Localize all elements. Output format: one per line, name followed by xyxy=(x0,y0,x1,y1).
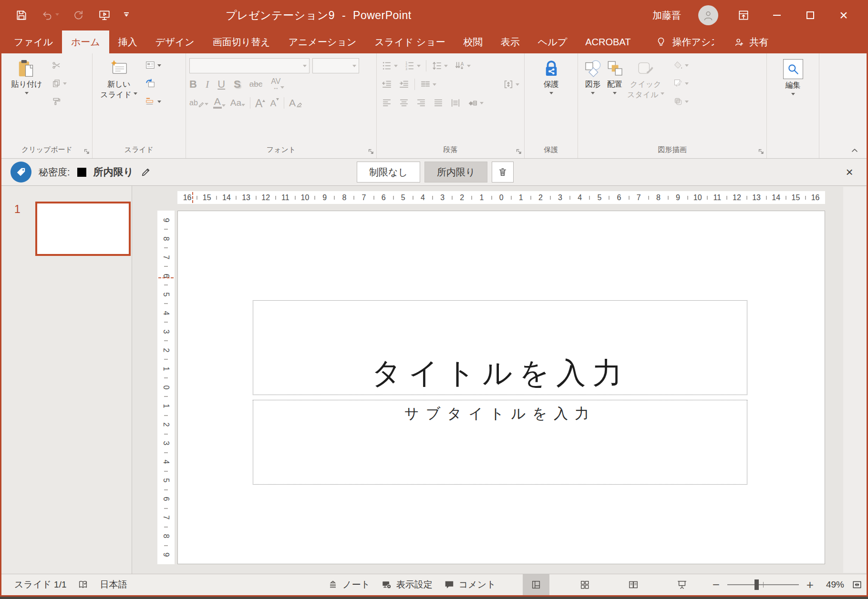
sensitivity-internal-button[interactable]: 所内限り xyxy=(424,162,487,183)
convert-smartart-button[interactable] xyxy=(466,97,485,109)
close-button[interactable]: × xyxy=(836,6,852,25)
bullets-button[interactable] xyxy=(380,60,399,72)
change-case-button[interactable]: Aa xyxy=(230,98,245,108)
tab-file[interactable]: ファイル xyxy=(5,30,62,53)
account-name[interactable]: 加藤晋 xyxy=(652,9,681,22)
comments-button[interactable]: コメント xyxy=(438,574,502,595)
ribbon-display-options-button[interactable] xyxy=(735,6,752,25)
tab-review[interactable]: 校閲 xyxy=(455,30,492,53)
distribute-button[interactable] xyxy=(449,97,462,109)
proofing-button[interactable] xyxy=(72,574,94,595)
view-slide-sorter-button[interactable] xyxy=(571,574,598,595)
horizontal-ruler[interactable]: 1615141312111098765432101234567891011121… xyxy=(177,191,825,204)
font-color-button[interactable]: A xyxy=(213,97,226,109)
format-painter-button[interactable] xyxy=(50,95,68,108)
highlight-button[interactable]: ab xyxy=(189,99,208,107)
paragraph-dialog-launcher[interactable] xyxy=(516,148,522,155)
drawing-dialog-launcher[interactable] xyxy=(758,148,765,155)
bold-button[interactable]: B xyxy=(189,78,197,91)
clipboard-dialog-launcher[interactable] xyxy=(83,148,90,155)
avatar[interactable] xyxy=(698,5,718,25)
align-left-button[interactable] xyxy=(380,97,393,109)
line-spacing-button[interactable] xyxy=(430,60,449,72)
paste-button[interactable]: 貼り付け xyxy=(3,55,50,144)
sensitivity-unrestricted-button[interactable]: 制限なし xyxy=(357,162,420,183)
clear-formatting-button[interactable]: A xyxy=(289,99,302,107)
font-size-combobox[interactable] xyxy=(312,58,359,73)
zoom-slider-thumb[interactable] xyxy=(754,579,759,590)
close-sensitivity-bar-button[interactable]: × xyxy=(842,165,857,179)
zoom-out-button[interactable]: − xyxy=(713,579,720,591)
copy-button[interactable] xyxy=(50,77,68,90)
tab-transitions[interactable]: 画面切り替え xyxy=(204,30,279,53)
view-reading-button[interactable] xyxy=(620,574,647,595)
redo-button[interactable] xyxy=(72,9,85,21)
shape-effects-button[interactable] xyxy=(672,95,690,108)
save-button[interactable] xyxy=(15,9,28,21)
align-center-button[interactable] xyxy=(397,97,411,109)
cut-button[interactable] xyxy=(50,59,68,71)
tab-home[interactable]: ホーム xyxy=(62,30,109,53)
shrink-font-button[interactable]: A xyxy=(270,98,279,108)
shape-outline-button[interactable] xyxy=(672,77,690,90)
new-slide-button[interactable]: 新しい スライド xyxy=(94,55,144,144)
title-placeholder[interactable]: タイトルを入力 xyxy=(253,300,747,395)
layout-button[interactable] xyxy=(144,59,163,71)
justify-button[interactable] xyxy=(432,97,445,109)
tab-view[interactable]: 表示 xyxy=(492,30,529,53)
language-status[interactable]: 日本語 xyxy=(94,574,133,595)
vertical-ruler[interactable]: 9876543210123456789 xyxy=(157,211,175,564)
vertical-scrollbar[interactable] xyxy=(843,187,866,573)
font-name-combobox[interactable] xyxy=(189,58,310,73)
section-button[interactable] xyxy=(144,95,163,108)
slide-canvas[interactable]: タイトルを入力 サブタイトルを入力 xyxy=(177,211,825,564)
align-right-button[interactable] xyxy=(414,97,428,109)
minimize-button[interactable] xyxy=(769,6,785,25)
text-direction-button[interactable]: A xyxy=(453,60,472,72)
delete-label-button[interactable] xyxy=(492,162,514,183)
edit-button[interactable]: 編集 xyxy=(783,55,803,144)
display-settings-button[interactable]: 表示設定 xyxy=(376,574,438,595)
tab-acrobat[interactable]: ACROBAT xyxy=(576,30,640,53)
decrease-indent-button[interactable] xyxy=(380,78,393,91)
undo-button[interactable] xyxy=(41,9,59,21)
slide-count[interactable]: スライド 1/1 xyxy=(9,574,72,595)
quick-styles-button[interactable]: クイック スタイル xyxy=(627,55,664,144)
reset-slide-button[interactable] xyxy=(144,77,163,90)
customize-qat-button[interactable] xyxy=(124,12,129,19)
zoom-slider[interactable] xyxy=(727,584,799,585)
zoom-in-button[interactable]: + xyxy=(806,579,814,591)
font-dialog-launcher[interactable] xyxy=(368,148,374,155)
maximize-button[interactable] xyxy=(802,6,818,25)
start-from-beginning-button[interactable] xyxy=(98,9,111,21)
numbering-button[interactable]: 123 xyxy=(403,60,422,72)
tab-animations[interactable]: アニメーション xyxy=(279,30,366,53)
notes-button[interactable]: ノート xyxy=(322,574,376,595)
columns-button[interactable] xyxy=(419,78,438,91)
shapes-button[interactable]: 図形 xyxy=(583,55,602,144)
fit-to-window-button[interactable] xyxy=(852,579,862,590)
collapse-ribbon-button[interactable] xyxy=(851,147,858,154)
shape-fill-button[interactable] xyxy=(672,59,690,71)
increase-indent-button[interactable] xyxy=(397,78,411,91)
text-shadow-button[interactable]: S xyxy=(234,78,241,91)
edit-sensitivity-button[interactable] xyxy=(141,167,151,177)
share-button[interactable]: 共有 xyxy=(734,30,768,53)
align-text-button[interactable] xyxy=(502,78,521,91)
view-normal-button[interactable] xyxy=(523,574,549,595)
strikethrough-button[interactable]: abc xyxy=(249,80,262,89)
zoom-percentage[interactable]: 49% xyxy=(821,579,844,590)
grow-font-button[interactable]: A xyxy=(255,98,265,108)
tab-design[interactable]: デザイン xyxy=(146,30,204,53)
tell-me-control[interactable]: 操作アシスト xyxy=(656,30,714,53)
slide-thumbnail[interactable] xyxy=(35,202,131,256)
tab-slideshow[interactable]: スライド ショー xyxy=(365,30,454,53)
protect-button[interactable]: 保護 xyxy=(542,55,561,144)
subtitle-placeholder[interactable]: サブタイトルを入力 xyxy=(253,400,747,485)
underline-button[interactable]: U xyxy=(217,78,225,91)
view-slideshow-button[interactable] xyxy=(669,574,695,595)
italic-button[interactable]: I xyxy=(206,78,209,91)
arrange-button[interactable]: 配置 xyxy=(605,55,624,144)
character-spacing-button[interactable]: AV↔ xyxy=(271,78,284,91)
tab-insert[interactable]: 挿入 xyxy=(109,30,146,53)
